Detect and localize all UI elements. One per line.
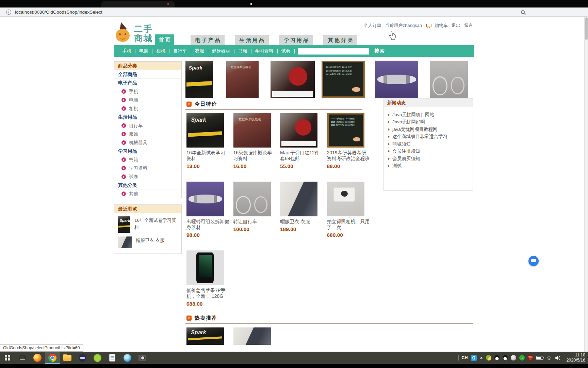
tab-daily-goods[interactable]: 生 活 用 品 bbox=[235, 35, 269, 45]
news-item[interactable]: 商城须知 bbox=[388, 140, 470, 148]
category-item-study-material[interactable]: 学习资料 bbox=[114, 164, 181, 172]
news-item[interactable]: 测试 bbox=[388, 163, 470, 170]
tab-home[interactable]: 首 页 bbox=[155, 34, 174, 45]
subnav-link-bicycle[interactable]: 自行车 bbox=[169, 48, 191, 54]
tab-electronics[interactable]: 电 子 产 品 bbox=[191, 35, 225, 45]
firefox-button[interactable] bbox=[30, 352, 45, 364]
hot-sale-image-hoodie[interactable] bbox=[233, 327, 271, 345]
qq-tray-icon[interactable] bbox=[494, 355, 500, 361]
carousel-image-lipstick-set[interactable] bbox=[271, 61, 315, 98]
subnav-link-camera[interactable]: 相机 bbox=[152, 48, 169, 54]
globe-tray-icon[interactable] bbox=[511, 355, 516, 361]
subnav-bar: 手机 电脑 相机 自行车 衣服 健身器材 书籍 学习资料 试卷 搜索 bbox=[114, 45, 474, 57]
category-group-study[interactable]: 学习用品 bbox=[114, 147, 181, 155]
subnav-link-study[interactable]: 学习资料 bbox=[251, 48, 277, 54]
category-group-electronics[interactable]: 电子产品 bbox=[114, 79, 181, 87]
chevron-up-icon[interactable]: ∧ bbox=[480, 355, 483, 360]
site-logo-text[interactable]: 二手 商城 bbox=[134, 24, 153, 43]
category-item-computer[interactable]: 电脑 bbox=[114, 96, 181, 104]
product-card[interactable]: Mac 子弹口红12件套69包邮 55.00 bbox=[280, 113, 324, 182]
news-item[interactable]: Java无忧网项目网站 bbox=[388, 111, 470, 119]
category-item-clothing[interactable]: 服饰 bbox=[114, 130, 181, 138]
subnav-link-phone[interactable]: 手机 bbox=[118, 48, 135, 54]
carousel-image-database-book[interactable] bbox=[226, 61, 259, 98]
scrollbar[interactable] bbox=[584, 17, 588, 352]
product-image-spark-book bbox=[186, 113, 224, 148]
product-card[interactable]: 帽服卫衣 衣服 189.00 bbox=[280, 182, 324, 250]
qq-pinyin-icon[interactable]: Q bbox=[471, 355, 477, 361]
product-card[interactable]: 转让自行车 100.00 bbox=[233, 182, 277, 250]
page-info-icon[interactable]: i bbox=[6, 10, 11, 15]
hot-sale-image-spark-book[interactable] bbox=[186, 327, 224, 345]
category-item-books[interactable]: 书籍 bbox=[114, 155, 181, 164]
url-text[interactable]: localhost:8080/OldGoodsShop/indexSelect bbox=[15, 10, 102, 15]
category-group-other[interactable]: 其他分类 bbox=[114, 181, 181, 189]
chrome-button[interactable] bbox=[45, 352, 60, 364]
category-item-bicycle[interactable]: 自行车 bbox=[114, 121, 181, 130]
news-item[interactable]: 这个商城项目非常适合学习 bbox=[388, 133, 470, 141]
arrow-bullet-icon bbox=[121, 89, 126, 94]
qq-tray-icon[interactable] bbox=[503, 355, 508, 361]
language-indicator[interactable]: CH bbox=[462, 355, 468, 360]
logo-monkey-icon[interactable] bbox=[115, 22, 131, 43]
category-item-machinery[interactable]: 机械器具 bbox=[114, 138, 181, 147]
safety-plus-tray-icon[interactable]: + bbox=[519, 355, 525, 361]
wifi-icon[interactable] bbox=[546, 356, 552, 360]
news-item[interactable]: 会员购买须知 bbox=[388, 155, 470, 163]
personal-orders-link[interactable]: 个人订单 bbox=[364, 22, 381, 29]
product-card[interactable]: 拍立得照相机，只用了一次 680.00 bbox=[327, 182, 371, 250]
search-input[interactable] bbox=[298, 48, 369, 55]
product-card[interactable]: 2019考研英语考研资料考研政治全程班 88.00 bbox=[327, 113, 371, 182]
volume-icon[interactable] bbox=[555, 356, 561, 360]
battery-icon[interactable] bbox=[536, 356, 543, 360]
browser-tab[interactable] bbox=[101, 1, 175, 7]
product-card[interactable]: 16年全新试卷学习资料 13.00 bbox=[186, 113, 230, 182]
category-item-exam-paper[interactable]: 试卷 bbox=[114, 172, 181, 181]
news-item[interactable]: java无忧网项目教程网 bbox=[388, 126, 470, 133]
subnav-link-fitness[interactable]: 健身器材 bbox=[208, 48, 234, 54]
category-item-other[interactable]: 其他 bbox=[114, 189, 181, 198]
tab-other-category[interactable]: 其 他 分 类 bbox=[323, 35, 357, 45]
start-button[interactable] bbox=[0, 352, 15, 364]
product-card[interactable]: 出哑铃可组装拆卸健身器材 98.00 bbox=[186, 182, 230, 250]
subnav-link-clothes[interactable]: 衣服 bbox=[191, 48, 208, 54]
product-card[interactable]: 低价急售苹果7P手机，全新， 128G 688.00 bbox=[186, 250, 230, 319]
subnav-link-exam[interactable]: 试卷 bbox=[278, 48, 294, 54]
notepad-button[interactable] bbox=[105, 352, 120, 364]
taskbar-clock[interactable]: 11:10 2020/5/16 bbox=[566, 353, 585, 363]
message-link[interactable]: 留言 bbox=[464, 22, 473, 29]
news-item[interactable]: 会员注册须知 bbox=[388, 148, 470, 155]
category-item-phone[interactable]: 手机 bbox=[114, 87, 181, 96]
explorer-button[interactable] bbox=[60, 352, 75, 364]
category-group-daily[interactable]: 生活用品 bbox=[114, 113, 181, 121]
category-item-camera[interactable]: 相机 bbox=[114, 104, 181, 113]
cart-icon[interactable] bbox=[426, 24, 431, 28]
app-green-button[interactable] bbox=[90, 352, 105, 364]
news-item[interactable]: Java无忧网好啊 bbox=[388, 119, 470, 126]
recent-item[interactable]: 帽服卫衣 衣服 bbox=[114, 233, 181, 249]
recent-item[interactable]: 16年全新试卷学习资料 bbox=[114, 213, 181, 233]
task-view-button[interactable] bbox=[15, 352, 30, 364]
zoom-icon[interactable] bbox=[521, 10, 525, 14]
browser-globe-button[interactable] bbox=[120, 352, 135, 364]
subnav-link-books[interactable]: 书籍 bbox=[234, 48, 251, 54]
carousel-image-blackboard-course[interactable] bbox=[322, 61, 365, 98]
tab-study-goods[interactable]: 学 习 用 品 bbox=[279, 35, 313, 45]
search-button[interactable]: 搜索 bbox=[375, 48, 385, 54]
cart-link[interactable]: 购物车 bbox=[435, 22, 448, 29]
subnav-link-computer[interactable]: 电脑 bbox=[135, 48, 152, 54]
eclipse-button[interactable] bbox=[75, 352, 90, 364]
wegame-tray-icon[interactable] bbox=[486, 355, 491, 361]
photos-button[interactable] bbox=[135, 352, 150, 364]
browser-address-bar[interactable]: i localhost:8080/OldGoodsShop/indexSelec… bbox=[0, 7, 588, 17]
chat-widget[interactable] bbox=[528, 256, 539, 266]
carousel-image-dumbbells[interactable] bbox=[375, 61, 418, 98]
logout-link[interactable]: 退出 bbox=[452, 22, 460, 29]
scrollbar-thumb[interactable] bbox=[585, 17, 588, 40]
carousel-image-spark-book[interactable] bbox=[185, 61, 213, 98]
category-group-all[interactable]: 全部商品 bbox=[114, 70, 181, 79]
screen: i localhost:8080/OldGoodsShop/indexSelec… bbox=[0, 0, 588, 368]
carousel-image-bicycle[interactable] bbox=[430, 61, 468, 98]
product-card[interactable]: 16级数据库概论学习资料 16.00 bbox=[233, 113, 277, 182]
red-app-tray-icon[interactable] bbox=[528, 355, 533, 361]
